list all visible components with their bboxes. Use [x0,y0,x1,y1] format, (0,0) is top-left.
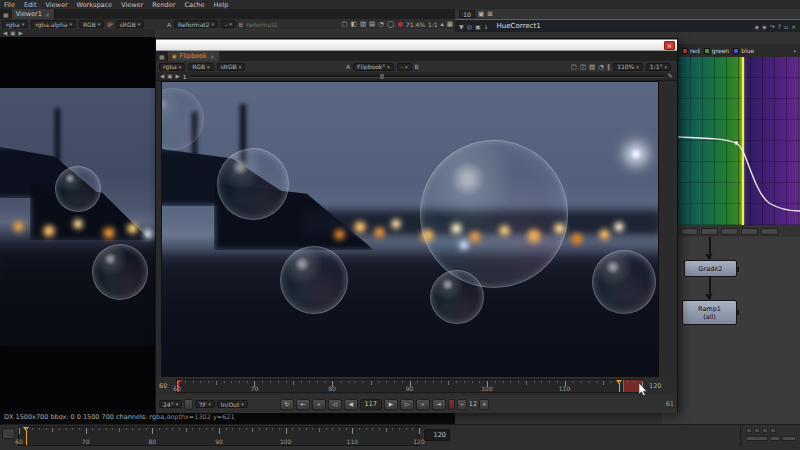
proxy-toggle-icon[interactable]: ◧ [351,20,357,28]
pause-icon[interactable]: ‖ [607,63,610,71]
step-forward-button[interactable]: ▷ [400,399,414,410]
channels-dropdown[interactable]: rgba▾ [159,63,185,71]
close-panel-icon[interactable]: × [791,23,796,30]
goto-start-button[interactable]: ⇤ [296,399,310,410]
curve-button[interactable] [721,228,738,235]
tab-flipbook[interactable]: ◉ Flipbook × [168,51,219,61]
increment-button[interactable]: + [479,399,489,410]
gamma-icon[interactable]: ◔ [378,20,384,28]
mini-button[interactable] [762,428,768,433]
menu-workspace[interactable]: Workspace [77,1,113,9]
float-icon[interactable]: ▫ [784,23,788,30]
revert-icon[interactable]: ↷ [770,23,775,30]
input-process-toggle[interactable]: IP [107,21,112,28]
menu-help[interactable]: Help [214,1,229,9]
wipe-icon[interactable]: ◫ [580,63,586,71]
frame-lock-icon[interactable]: ▣ [167,73,172,79]
node-ramp1[interactable]: Ramp1 (all) [682,300,737,325]
proxy-dropdown[interactable]: 1:1°▾ [646,63,671,71]
timeline-lock-button[interactable] [2,428,15,439]
sync-button[interactable] [184,399,193,410]
frame-nav-slider[interactable] [190,75,665,78]
goto-end-button[interactable]: ⇥ [432,399,446,410]
proxy-ratio[interactable]: 1:1 [428,21,438,28]
frame-nav-value[interactable]: 1 [183,73,187,80]
current-frame-field[interactable]: 117 [360,399,382,410]
menu-cache[interactable]: Cache [184,1,204,9]
mini-slider[interactable] [746,436,768,441]
next-keyframe-button[interactable]: » [416,399,430,410]
prev-frame-icon[interactable]: ◀ [160,73,164,79]
roi-icon[interactable]: ▢ [571,63,577,71]
mini-button[interactable] [770,436,780,441]
node-color2-icon[interactable]: ◈ [762,23,767,30]
colorspace-dropdown[interactable]: sRGB▾ [217,63,246,71]
inout-dropdown[interactable]: In/Out▾ [217,400,248,408]
next-frame-icon[interactable]: ▶ [18,30,22,36]
zoom-dropdown[interactable]: 110%▾ [613,63,643,71]
window-close-button[interactable]: × [664,41,675,50]
fps-dropdown[interactable]: 24°▾ [159,400,182,408]
range-end-field[interactable]: 120 [424,429,450,441]
help-icon[interactable]: ? [778,23,781,30]
properties-max-panels-field[interactable]: 10 [459,10,475,18]
curve-button[interactable] [761,228,778,235]
layer-dropdown[interactable]: rgba.alpha▾ [31,20,76,28]
curve-button[interactable] [681,228,698,235]
loop-button[interactable]: ↻ [280,399,294,410]
play-backward-button[interactable]: ◀ [344,399,358,410]
flipbook-title-bar[interactable]: × [156,39,677,51]
ab-blend-dropdown[interactable]: -▾ [397,63,412,71]
next-frame-icon[interactable]: ▶ [175,73,179,79]
prev-keyframe-button[interactable]: « [312,399,326,410]
range-start-label[interactable]: 60 [159,382,167,390]
step-back-button[interactable]: ◁ [328,399,342,410]
huecorrect-panel-header[interactable]: ▼ ◎ ▣ ↓ HueCorrect1 ◈ ◈ ↷ ? ▫ × [455,19,800,32]
mini-button[interactable] [782,436,796,441]
expand-icon[interactable]: ⊠ [487,10,492,18]
pause-red-icon[interactable]: ● [397,20,403,28]
frame-lock-icon[interactable]: ▣ [10,30,15,36]
b-input-dropdown[interactable]: Reformat2 [246,21,277,28]
flipbook-timeline-ruler[interactable]: 60708090100110 [176,379,643,393]
checkerboard-icon[interactable]: ▨ [360,20,366,28]
a-input-dropdown[interactable]: Flipbook°▾ [353,63,394,71]
caret-up-icon[interactable]: ▴ [441,20,444,28]
playback-mode-dropdown[interactable]: TF▾ [195,400,215,408]
gain-icon[interactable]: ◯ [387,20,394,28]
slider-handle[interactable] [380,74,384,79]
main-timeline-ruler[interactable]: 60708090100110120 [18,426,420,446]
ab-blend-dropdown[interactable]: -▾ [221,20,236,28]
a-input-dropdown[interactable]: Reformat2▾ [174,20,218,28]
close-icon[interactable]: × [45,11,50,18]
pane-menu-icon[interactable]: ▦ [159,53,165,60]
prev-frame-icon[interactable]: ◀ [3,30,7,36]
blue-channel-button[interactable]: blue [733,47,754,54]
curve-button[interactable] [701,228,718,235]
decrement-button[interactable]: − [457,399,467,410]
pencil-icon[interactable]: ✎ [668,72,673,80]
red-channel-button[interactable]: red [682,47,700,54]
pane-menu-icon[interactable]: ▦ [3,11,9,18]
layout-icon[interactable]: ▦ [447,20,453,28]
mini-button[interactable] [754,428,760,433]
close-icon[interactable]: × [210,53,215,60]
colorspace-dropdown[interactable]: sRGB▾ [116,20,145,28]
chevron-down-icon[interactable]: ▾ [793,48,796,54]
menu-viewer2[interactable]: Viewer [121,1,143,9]
mini-button[interactable] [770,428,776,433]
center-node-icon[interactable]: ◎ [467,23,472,30]
wipe-icon[interactable]: ▤ [369,20,375,28]
node-graph[interactable]: Grade2 Ramp1 (all) [662,237,800,424]
tab-viewer1[interactable]: Viewer1 × [12,9,55,19]
checkerboard-icon[interactable]: ▨ [589,63,595,71]
play-forward-button[interactable]: ▶ [384,399,398,410]
node-color-icon[interactable]: ◈ [754,23,759,30]
display-channel-dropdown[interactable]: RGB▾ [188,63,213,71]
channels-dropdown[interactable]: rgba▾ [2,20,28,28]
menu-file[interactable]: File [4,1,15,9]
curve-handle[interactable] [735,142,738,145]
minimize-icon[interactable]: ▼ [459,23,464,30]
float-panel-icon[interactable]: ▣ [475,23,481,30]
collapse-icon[interactable]: ↓ [484,23,489,30]
